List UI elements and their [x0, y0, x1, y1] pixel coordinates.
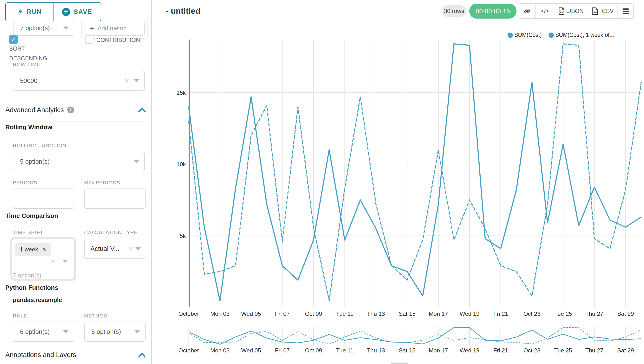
- chevron-down-icon: [63, 330, 68, 334]
- mini-x-axis-tick-label: Fri 21: [493, 347, 508, 354]
- run-button-label: RUN: [27, 8, 42, 16]
- periods-input[interactable]: [13, 188, 74, 209]
- mini-x-axis-tick-label: Mon 17: [429, 347, 448, 354]
- chevron-down-icon: [134, 160, 139, 163]
- metric-select-value: 7 option(s): [14, 24, 63, 32]
- chevron-down-icon: [134, 330, 140, 334]
- chevron-down-icon: [136, 247, 141, 250]
- method-value: 6 option(s): [84, 328, 134, 336]
- row-limit-value: 50000: [13, 77, 124, 84]
- chevron-down-icon: [134, 79, 139, 82]
- x-axis-tick-label: Fri 07: [275, 310, 290, 317]
- x-axis-tick-label: October: [178, 310, 199, 317]
- periods-label: PERIODS: [13, 180, 37, 186]
- advanced-analytics-title: Advanced Analytics: [5, 106, 64, 114]
- control-panel: RUN + SAVE 7 option(s) + Add metric ✓ SO…: [0, 0, 152, 364]
- checkbox-unchecked-icon[interactable]: [85, 35, 94, 44]
- rule-select[interactable]: 6 option(s): [13, 322, 74, 342]
- advanced-analytics-header[interactable]: Advanced Analytics i: [5, 106, 74, 114]
- time-shift-label: TIME SHIFT: [13, 230, 44, 235]
- series-line-solid[interactable]: [189, 44, 641, 301]
- chevron-down-icon: [63, 26, 68, 30]
- lightning-icon: [17, 8, 24, 16]
- time-shift-helper: 7 option(s): [13, 272, 41, 279]
- x-axis-tick-label: Wed 19: [460, 310, 480, 317]
- row-limit-select[interactable]: 50000 ✕: [13, 71, 145, 91]
- time-comparison-title: Time Comparison: [5, 212, 58, 220]
- mini-x-axis-tick-label: Sat 29: [617, 347, 634, 354]
- row-limit-label: ROW LIMIT: [13, 62, 42, 68]
- annotations-layers-header[interactable]: Annotations and Layers: [5, 351, 76, 359]
- run-button[interactable]: RUN: [6, 3, 53, 21]
- chevron-down-icon: [62, 260, 68, 263]
- rule-label: RULE: [13, 313, 27, 319]
- rule-value: 6 option(s): [13, 328, 63, 336]
- x-axis-tick-label: Wed 05: [241, 310, 261, 317]
- time-shift-chip[interactable]: 1 week ✕: [16, 243, 50, 256]
- calculation-type-select[interactable]: Actual V... ✕: [84, 239, 145, 259]
- time-shift-chip-label: 1 week: [20, 246, 38, 253]
- bottom-edge-fragment: [391, 362, 408, 364]
- clear-icon[interactable]: ✕: [124, 77, 130, 84]
- x-axis-tick-label: Thu 27: [586, 310, 604, 317]
- contribution-label: CONTRIBUTION: [96, 35, 140, 45]
- mini-x-axis-tick-label: Mon 03: [210, 347, 230, 354]
- rolling-function-label: ROLLING FUNCTION: [13, 143, 66, 148]
- mini-series-line-dashed: [189, 328, 641, 344]
- mini-x-axis-tick-label: Wed 05: [241, 347, 261, 354]
- mini-x-axis-tick-label: Tue 25: [554, 347, 572, 354]
- plus-circle-icon: +: [62, 8, 70, 16]
- x-axis-tick-label: Mon 17: [429, 310, 448, 317]
- x-axis-tick-label: Fri 21: [493, 310, 508, 317]
- annotations-layers-title: Annotations and Layers: [5, 351, 76, 359]
- sort-descending-label: SORT DESCENDING: [9, 44, 61, 63]
- mini-x-axis-tick-label: Oct 23: [524, 347, 540, 354]
- x-axis-tick-label: Oct 09: [305, 310, 322, 317]
- checkbox-checked-icon[interactable]: ✓: [9, 35, 18, 44]
- mini-x-axis-tick-label: Fri 07: [275, 347, 290, 354]
- calculation-type-label: CALCULATION TYPE: [84, 230, 138, 235]
- x-axis-tick-label: Sat 29: [617, 310, 634, 317]
- add-metric-label: Add metric: [98, 25, 126, 32]
- contribution-checkbox-row[interactable]: CONTRIBUTION: [85, 35, 148, 45]
- x-axis-tick-label: Sat 15: [399, 310, 416, 317]
- add-metric-button[interactable]: + Add metric: [85, 21, 144, 36]
- pandas-resample-label: pandas.resample: [13, 296, 62, 304]
- run-save-button-group: RUN + SAVE: [5, 2, 101, 21]
- mini-x-axis-tick-label: Oct 09: [305, 347, 322, 354]
- mini-x-axis-tick-label: October: [178, 347, 199, 354]
- metric-select[interactable]: 7 option(s): [13, 20, 74, 36]
- mini-x-axis-tick-label: Sat 15: [399, 347, 416, 354]
- x-axis-tick-label: Tue 25: [554, 310, 572, 317]
- method-select[interactable]: 6 option(s): [84, 322, 146, 342]
- rolling-function-select[interactable]: 5 option(s): [13, 152, 145, 171]
- plus-icon: +: [90, 24, 94, 32]
- y-axis-tick-label: 10k: [176, 161, 186, 168]
- rolling-function-value: 5 option(s): [13, 158, 134, 165]
- x-axis-tick-label: Tue 11: [336, 310, 353, 317]
- y-axis-tick-label: 5k: [180, 232, 186, 239]
- clear-icon[interactable]: ✕: [129, 246, 133, 252]
- section-divider: [5, 121, 146, 122]
- mini-x-axis-tick-label: Thu 27: [586, 347, 604, 354]
- chevron-up-icon[interactable]: [138, 107, 146, 112]
- save-button[interactable]: + SAVE: [53, 3, 101, 21]
- info-icon[interactable]: i: [67, 106, 74, 113]
- min-periods-label: MIN PERIODS: [84, 180, 120, 186]
- mini-x-axis-tick-label: Thu 13: [367, 347, 385, 354]
- chip-close-icon[interactable]: ✕: [42, 246, 46, 253]
- x-axis-tick-label: Oct 23: [524, 310, 540, 317]
- clear-icon[interactable]: ✕: [50, 258, 56, 266]
- y-axis-tick-label: 15k: [176, 90, 186, 96]
- x-axis-tick-label: Mon 03: [210, 310, 230, 317]
- mini-x-axis-tick-label: Wed 19: [460, 347, 480, 354]
- min-periods-input[interactable]: [84, 188, 146, 209]
- chevron-up-icon[interactable]: [138, 352, 146, 358]
- x-axis-tick-label: Thu 13: [367, 310, 385, 317]
- rolling-window-title: Rolling Window: [5, 124, 52, 131]
- calculation-type-value: Actual V...: [84, 245, 129, 253]
- sort-descending-checkbox-row[interactable]: ✓ SORT DESCENDING: [9, 35, 61, 63]
- method-label: METHOD: [84, 313, 108, 319]
- series-line-dashed[interactable]: [189, 44, 641, 301]
- timeseries-line-chart[interactable]: 5k10k15kOctoberOctoberMon 03Mon 03Wed 05…: [152, 0, 644, 364]
